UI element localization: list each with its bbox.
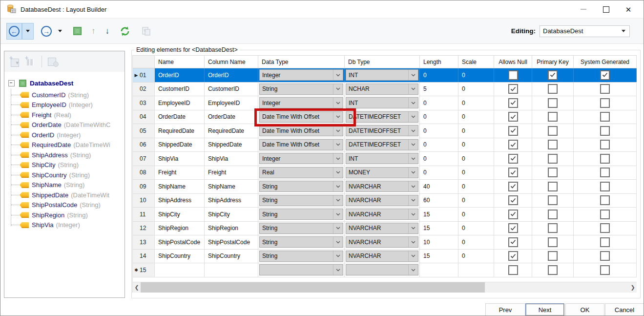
name-cell[interactable]: ShipVia <box>155 152 205 166</box>
data-type-dropdown[interactable]: Date Time With Offset <box>259 125 343 136</box>
tree-item-ShipCountry[interactable]: ShipCountry(String) <box>4 170 125 180</box>
column-name-cell[interactable] <box>205 263 258 277</box>
length-cell[interactable]: 60 <box>420 194 458 208</box>
primary-key-checkbox[interactable] <box>548 154 558 164</box>
column-header-name[interactable]: Name <box>155 56 205 68</box>
length-cell[interactable]: 40 <box>420 180 458 193</box>
length-cell[interactable]: 0 <box>420 96 458 110</box>
row-header[interactable]: 08 <box>133 166 155 180</box>
column-header-scale[interactable]: Scale <box>458 56 494 68</box>
copy-layout-button[interactable] <box>138 23 154 40</box>
db-type-dropdown[interactable]: INT <box>346 69 418 81</box>
row-header[interactable]: 06 <box>133 138 155 152</box>
data-type-dropdown[interactable]: Integer <box>259 69 343 81</box>
data-type-dropdown[interactable] <box>259 264 343 275</box>
db-type-dropdown[interactable]: NVARCHAR <box>346 181 418 192</box>
maximize-button[interactable] <box>595 0 617 18</box>
db-type-dropdown[interactable]: NVARCHAR <box>346 223 418 234</box>
element-button[interactable] <box>71 23 84 40</box>
scroll-left-icon[interactable]: ❮ <box>133 282 141 293</box>
column-name-cell[interactable]: ShippedDate <box>205 138 258 152</box>
name-cell[interactable]: RequiredDate <box>155 124 205 138</box>
length-cell[interactable]: 15 <box>420 250 458 263</box>
system-generated-checkbox[interactable] <box>600 223 610 233</box>
column-header-system-generated[interactable]: System Generated <box>574 56 637 68</box>
system-generated-checkbox[interactable] <box>600 126 610 136</box>
tree-item-ShippedDate[interactable]: ShippedDate(DateTimeWit <box>4 190 125 200</box>
forward-button[interactable]: → <box>39 23 54 40</box>
db-type-dropdown[interactable]: DATETIMEOFFSET <box>346 125 418 136</box>
data-type-dropdown[interactable]: String <box>259 251 343 262</box>
column-name-cell[interactable]: ShipName <box>205 180 258 193</box>
allows-null-checkbox[interactable] <box>508 251 518 261</box>
grid-row-12[interactable]: 12ShipRegionShipRegionStringNVARCHAR150 <box>133 222 637 236</box>
row-header[interactable]: 13 <box>133 235 155 249</box>
column-header-data-type[interactable]: Data Type <box>258 56 345 68</box>
row-header[interactable]: 03 <box>133 96 155 110</box>
column-header-row-indicator[interactable] <box>133 56 155 68</box>
system-generated-checkbox[interactable] <box>600 112 610 122</box>
system-generated-checkbox[interactable] <box>600 84 610 94</box>
db-type-dropdown[interactable]: INT <box>346 97 418 108</box>
column-header-primary-key[interactable]: Primary Key <box>532 56 574 68</box>
column-name-cell[interactable]: ShipVia <box>205 152 258 166</box>
row-header[interactable]: 02 <box>133 83 155 96</box>
system-generated-checkbox[interactable] <box>600 251 610 261</box>
db-type-dropdown[interactable]: MONEY <box>346 167 418 178</box>
row-header[interactable]: 07 <box>133 152 155 166</box>
horizontal-scrollbar[interactable]: ❮ ❯ <box>133 282 637 293</box>
column-name-cell[interactable]: ShipCity <box>205 208 258 221</box>
scale-cell[interactable] <box>458 263 494 277</box>
scale-cell[interactable]: 0 <box>458 68 494 82</box>
editing-target-combobox[interactable]: DatabaseDest <box>540 25 630 37</box>
system-generated-checkbox[interactable] <box>600 195 610 205</box>
grid-row-01[interactable]: ▶01OrderIDOrderIDIntegerINT00 <box>133 68 637 83</box>
column-name-cell[interactable]: Freight <box>205 166 258 180</box>
db-type-dropdown[interactable]: NVARCHAR <box>346 236 418 248</box>
db-type-dropdown[interactable]: NVARCHAR <box>346 195 418 206</box>
data-type-dropdown[interactable]: Date Time With Offset <box>259 111 343 123</box>
primary-key-checkbox[interactable] <box>548 84 558 94</box>
column-name-cell[interactable]: ShipRegion <box>205 222 258 235</box>
primary-key-checkbox[interactable] <box>548 112 558 122</box>
data-type-dropdown[interactable]: String <box>259 209 343 220</box>
back-button[interactable]: ← <box>6 23 22 40</box>
row-header[interactable]: ✱15 <box>133 263 155 277</box>
grid-row-14[interactable]: 14ShipCountryShipCountryStringNVARCHAR15… <box>133 250 637 264</box>
allows-null-checkbox[interactable] <box>508 210 518 219</box>
db-type-dropdown[interactable] <box>346 264 418 275</box>
column-name-cell[interactable]: RequiredDate <box>205 124 258 138</box>
length-cell[interactable]: 0 <box>420 124 458 138</box>
name-cell[interactable]: OrderID <box>155 68 205 82</box>
allows-null-checkbox[interactable] <box>508 126 518 136</box>
grid-row-06[interactable]: 06ShippedDateShippedDateDate Time With O… <box>133 138 637 152</box>
remove-element-icon[interactable] <box>47 56 58 67</box>
scale-cell[interactable]: 0 <box>458 222 494 235</box>
collapse-icon[interactable] <box>8 80 15 86</box>
allows-null-checkbox[interactable] <box>508 223 518 233</box>
tree-item-Freight[interactable]: Freight(Real) <box>4 110 125 120</box>
column-name-cell[interactable]: EmployeeID <box>205 96 258 110</box>
data-type-dropdown[interactable]: Date Time With Offset <box>259 139 343 150</box>
grid-row-03[interactable]: 03EmployeeIDEmployeeIDIntegerINT00 <box>133 96 637 110</box>
grid-row-13[interactable]: 13ShipPostalCodeShipPostalCodeStringNVAR… <box>133 235 637 250</box>
tree-item-RequiredDate[interactable]: RequiredDate(DateTimeWi <box>4 140 125 150</box>
scale-cell[interactable]: 0 <box>458 208 494 221</box>
tree-item-ShipPostalCode[interactable]: ShipPostalCode(String) <box>4 200 125 211</box>
back-dropdown-button[interactable] <box>22 23 34 40</box>
row-header[interactable]: 12 <box>133 222 155 235</box>
system-generated-checkbox[interactable] <box>600 237 610 247</box>
grid-row-09[interactable]: 09ShipNameShipNameStringNVARCHAR400 <box>133 180 637 194</box>
name-cell[interactable]: OrderDate <box>155 110 205 124</box>
minimize-button[interactable] <box>572 0 595 18</box>
allows-null-checkbox[interactable] <box>508 112 518 122</box>
prev-button[interactable]: Prev <box>485 303 525 316</box>
row-header[interactable]: 10 <box>133 194 155 208</box>
scale-cell[interactable]: 0 <box>458 124 494 138</box>
scale-cell[interactable]: 0 <box>458 166 494 180</box>
db-type-dropdown[interactable]: NCHAR <box>346 84 418 95</box>
data-type-dropdown[interactable]: String <box>259 236 343 248</box>
grid-row-11[interactable]: 11ShipCityShipCityStringNVARCHAR150 <box>133 208 637 222</box>
system-generated-checkbox[interactable] <box>600 154 610 164</box>
primary-key-checkbox[interactable] <box>548 265 558 275</box>
